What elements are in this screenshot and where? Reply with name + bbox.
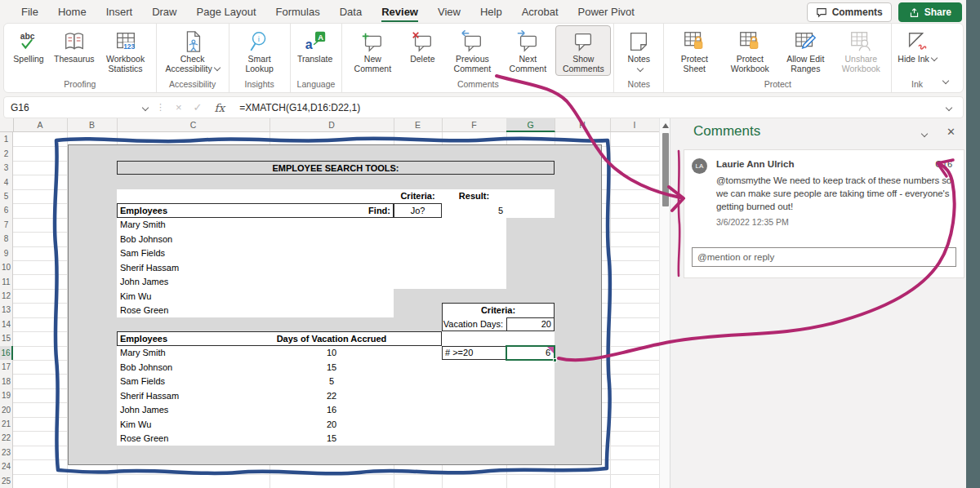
row-header-5[interactable]: 5 bbox=[0, 189, 13, 204]
cell-D15[interactable]: Days of Vacation Accrued bbox=[270, 331, 394, 345]
select-all-corner[interactable] bbox=[0, 118, 14, 131]
cell-C9[interactable]: Sam Fields bbox=[117, 246, 270, 260]
cell-C8[interactable]: Bob Johnson bbox=[117, 232, 270, 246]
column-header-H[interactable]: H bbox=[555, 118, 611, 131]
fill-handle[interactable] bbox=[553, 358, 557, 362]
row-header-10[interactable]: 10 bbox=[0, 260, 13, 275]
cell-D22[interactable]: 15 bbox=[270, 431, 394, 445]
tab-data[interactable]: Data bbox=[330, 1, 372, 22]
new-comment-button[interactable]: New Comment bbox=[345, 25, 400, 76]
cell-D21[interactable]: 20 bbox=[270, 417, 394, 431]
row-header-12[interactable]: 12 bbox=[0, 289, 13, 304]
column-header-G[interactable]: G bbox=[506, 118, 555, 132]
notes-button[interactable]: Notes bbox=[617, 25, 661, 73]
row-header-22[interactable]: 22 bbox=[0, 431, 13, 446]
column-header-B[interactable]: B bbox=[67, 118, 118, 131]
column-header-C[interactable]: C bbox=[117, 118, 270, 131]
cell-F16[interactable]: # >=20 bbox=[442, 346, 506, 360]
cell-C3:G3[interactable]: EMPLOYEE SEARCH TOOLS: bbox=[117, 161, 555, 175]
enter-icon[interactable]: ✓ bbox=[194, 101, 203, 113]
share-button[interactable]: Share bbox=[898, 2, 962, 22]
tab-view[interactable]: View bbox=[428, 1, 470, 22]
cell-D17[interactable]: 15 bbox=[270, 360, 394, 374]
formula-input[interactable]: =XMATCH(G14,D16:D22,1) bbox=[239, 102, 944, 113]
row-header-3[interactable]: 3 bbox=[0, 161, 13, 175]
spelling-button[interactable]: abc Spelling bbox=[7, 25, 51, 67]
column-header-E[interactable]: E bbox=[394, 118, 443, 131]
tab-home[interactable]: Home bbox=[48, 1, 96, 22]
cell-D18[interactable]: 5 bbox=[270, 374, 394, 388]
cell-G14[interactable]: 20 bbox=[506, 317, 555, 331]
name-box[interactable]: G16 bbox=[4, 102, 148, 113]
tab-insert[interactable]: Insert bbox=[96, 1, 143, 22]
tab-draw[interactable]: Draw bbox=[142, 1, 186, 22]
tab-power-pivot[interactable]: Power Pivot bbox=[568, 1, 644, 22]
row-header-7[interactable]: 7 bbox=[0, 218, 13, 233]
cell-D16[interactable]: 10 bbox=[270, 346, 394, 360]
column-header-D[interactable]: D bbox=[270, 118, 394, 131]
reply-input[interactable] bbox=[692, 247, 956, 267]
row-header-2[interactable]: 2 bbox=[0, 146, 13, 161]
row-header-14[interactable]: 14 bbox=[0, 317, 13, 332]
cell-C16[interactable]: Mary Smith bbox=[117, 346, 270, 360]
row-header-20[interactable]: 20 bbox=[0, 402, 13, 417]
show-comments-button[interactable]: Show Comments bbox=[555, 25, 611, 76]
row-header-23[interactable]: 23 bbox=[0, 446, 13, 460]
cell-C18[interactable]: Sam Fields bbox=[117, 374, 270, 388]
tab-review[interactable]: Review bbox=[372, 1, 428, 22]
cell-D20[interactable]: 16 bbox=[270, 402, 394, 416]
comment-thread-card[interactable]: LA Laurie Ann Ulrich G16 @tomsmythe We n… bbox=[684, 149, 964, 278]
cell-C19[interactable]: Sherif Hassam bbox=[117, 388, 270, 402]
row-header-25[interactable]: 25 bbox=[0, 474, 13, 488]
scrollbar-thumb[interactable] bbox=[662, 133, 669, 206]
column-header-I[interactable]: I bbox=[610, 118, 660, 131]
cell-C17[interactable]: Bob Johnson bbox=[117, 360, 270, 374]
cell-C20[interactable]: John James bbox=[117, 402, 270, 416]
cell-D19[interactable]: 22 bbox=[270, 388, 394, 402]
cell-F5[interactable]: Result: bbox=[442, 189, 506, 203]
row-header-19[interactable]: 19 bbox=[0, 388, 13, 403]
row-header-17[interactable]: 17 bbox=[0, 360, 13, 375]
insert-function-icon[interactable]: fx bbox=[215, 101, 225, 114]
row-header-8[interactable]: 8 bbox=[0, 232, 13, 246]
previous-comment-button[interactable]: Previous Comment bbox=[444, 25, 500, 76]
check-accessibility-button[interactable]: Check Accessibility bbox=[159, 25, 226, 76]
tab-acrobat[interactable]: Acrobat bbox=[512, 1, 568, 22]
name-box-chevron-icon[interactable] bbox=[142, 104, 149, 110]
protect-workbook-button[interactable]: Protect Workbook bbox=[722, 25, 777, 76]
cell-F14[interactable]: Vacation Days: bbox=[442, 317, 506, 331]
scroll-up-arrow-icon[interactable] bbox=[662, 123, 669, 128]
allow-edit-ranges-button[interactable]: Allow Edit Ranges bbox=[777, 25, 833, 76]
cell-D6[interactable]: Find: bbox=[270, 203, 394, 217]
translate-button[interactable]: Aa Translate bbox=[293, 25, 337, 67]
next-comment-button[interactable]: Next Comment bbox=[500, 25, 555, 76]
tab-formulas[interactable]: Formulas bbox=[266, 1, 330, 22]
row-header-6[interactable]: 6 bbox=[0, 203, 13, 218]
delete-comment-button[interactable]: Delete bbox=[400, 25, 444, 67]
tab-page-layout[interactable]: Page Layout bbox=[187, 1, 266, 22]
row-header-24[interactable]: 24 bbox=[0, 459, 13, 474]
cell-F6[interactable]: 5 bbox=[442, 203, 506, 217]
cell-F13:G13[interactable]: Criteria: bbox=[442, 303, 555, 317]
expand-formula-bar-chevron[interactable] bbox=[946, 104, 952, 110]
unshare-workbook-button[interactable]: Unshare Workbook bbox=[833, 25, 889, 76]
row-header-15[interactable]: 15 bbox=[0, 331, 13, 346]
cell-C6[interactable]: Employees bbox=[117, 203, 270, 217]
cell-C12[interactable]: Kim Wu bbox=[117, 289, 270, 303]
row-header-16[interactable]: 16 bbox=[0, 346, 13, 361]
cell-E5[interactable]: Criteria: bbox=[394, 189, 442, 203]
workbook-statistics-button[interactable]: 123 Workbook Statistics bbox=[98, 25, 154, 76]
cell-C7[interactable]: Mary Smith bbox=[117, 218, 270, 232]
row-header-9[interactable]: 9 bbox=[0, 246, 13, 261]
cell-C10[interactable]: Sherif Hassam bbox=[117, 260, 270, 274]
cell-C15[interactable]: Employees bbox=[117, 331, 270, 345]
cell-C11[interactable]: John James bbox=[117, 274, 270, 288]
tab-file[interactable]: File bbox=[11, 1, 48, 22]
smart-lookup-button[interactable]: i Smart Lookup bbox=[232, 25, 287, 76]
cell-C13[interactable]: Rose Green bbox=[117, 303, 270, 317]
cancel-icon[interactable]: × bbox=[176, 101, 182, 113]
cell-E6[interactable]: Jo? bbox=[394, 203, 442, 217]
protect-sheet-button[interactable]: Protect Sheet bbox=[666, 25, 722, 76]
pane-options-chevron[interactable] bbox=[921, 131, 928, 137]
row-header-11[interactable]: 11 bbox=[0, 274, 13, 289]
